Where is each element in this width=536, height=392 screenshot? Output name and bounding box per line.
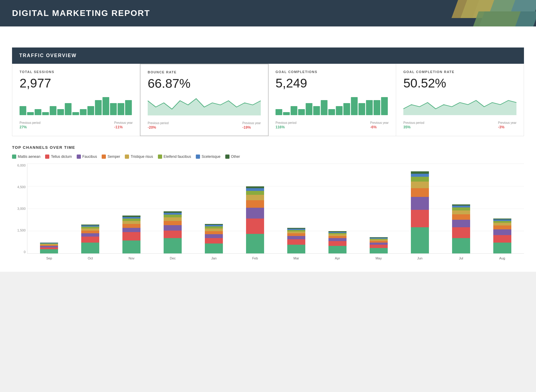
metric-card-goal-completion-rate: GOAL COMPLETION RATE 50.52% Previous per…	[396, 64, 524, 136]
prev-year-goal-completion-rate: Previous year -3%	[498, 121, 516, 129]
svg-rect-4	[50, 106, 56, 115]
metrics-row: TOTAL SESSIONS 2,977 Previous period 27%…	[12, 64, 524, 136]
svg-rect-30	[381, 97, 388, 115]
legend-dot-7	[225, 155, 229, 159]
x-label-Jul: Jul	[459, 256, 463, 260]
metric-footer-goal-completion-rate: Previous period 35% Previous year -3%	[403, 121, 516, 129]
mini-chart-bounce-rate	[148, 94, 261, 118]
bar-segment-Feb-5	[246, 191, 264, 195]
metric-card-bounce-rate: BOUNCE RATE 66.87% Previous period -20% …	[140, 64, 269, 136]
page-title: DIGITAL MARKETING REPORT	[12, 8, 524, 18]
bar-group-Dec: Dec	[154, 211, 192, 253]
y-label-1: 4,500	[12, 185, 26, 189]
metric-label-bounce-rate: BOUNCE RATE	[148, 70, 261, 74]
legend-item-6: Scelerisque	[196, 155, 220, 159]
legend-dot-2	[77, 155, 81, 159]
svg-rect-26	[351, 97, 358, 115]
bar-segment-Mar-2	[287, 236, 305, 239]
bar-segment-May-0	[370, 248, 388, 253]
svg-rect-20	[306, 103, 312, 115]
legend-dot-5	[158, 155, 162, 159]
bar-chart-container: 6,0004,5003,0001,5000 SepOctNovDecJanFeb…	[12, 164, 524, 263]
bar-segment-Feb-1	[246, 219, 264, 234]
bar-segment-Oct-1	[81, 237, 99, 243]
bar-segment-Nov-4	[122, 221, 140, 224]
legend-item-4: Tristique risus	[125, 155, 153, 159]
x-label-May: May	[375, 256, 382, 260]
metric-value-total-sessions: 2,977	[20, 76, 133, 90]
bar-group-May: May	[360, 237, 397, 253]
bar-segment-Apr-2	[328, 238, 347, 241]
legend-dot-4	[125, 155, 129, 159]
bar-segment-Jun-3	[411, 188, 429, 197]
bar-segment-Jun-5	[411, 177, 429, 182]
page-header: DIGITAL MARKETING REPORT	[0, 0, 536, 26]
y-axis-labels: 6,0004,5003,0001,5000	[12, 164, 26, 254]
x-label-Dec: Dec	[170, 256, 176, 260]
bar-group-Mar: Mar	[278, 228, 315, 253]
prev-year-bounce-rate: Previous year -19%	[242, 121, 261, 130]
metric-footer-bounce-rate: Previous period -20% Previous year -19%	[148, 121, 261, 130]
metric-card-total-sessions: TOTAL SESSIONS 2,977 Previous period 27%…	[12, 64, 140, 136]
bar-segment-Jan-2	[205, 234, 223, 238]
bar-segment-Aug-1	[493, 235, 511, 243]
bar-segment-Jul-2	[452, 220, 470, 227]
bar-segment-Feb-0	[246, 234, 264, 253]
y-label-0: 6,000	[12, 164, 26, 167]
bar-segment-May-1	[370, 245, 388, 248]
legend-item-3: Semper	[102, 155, 120, 159]
svg-rect-17	[283, 112, 290, 115]
bar-segment-Aug-3	[493, 225, 511, 229]
metric-card-goal-completions: GOAL COMPLETIONS 5,249 Previous period 1…	[268, 64, 396, 136]
svg-rect-12	[110, 103, 117, 115]
metric-label-goal-completions: GOAL COMPLETIONS	[276, 70, 389, 74]
channels-legend: Mattis aenean Tellus dictum Faucibus Sem…	[12, 155, 524, 159]
legend-item-2: Faucibus	[77, 155, 97, 159]
legend-label-2: Faucibus	[82, 155, 97, 159]
bar-group-Jun: Jun	[401, 171, 439, 253]
bar-segment-Apr-0	[328, 246, 347, 253]
svg-rect-21	[313, 106, 320, 115]
bar-segment-Jan-0	[205, 243, 223, 253]
bar-segment-Mar-1	[287, 239, 305, 245]
y-label-3: 1,500	[12, 228, 26, 232]
bar-segment-Jun-6	[411, 174, 429, 177]
legend-item-1: Tellus dictum	[45, 155, 72, 159]
traffic-overview-title: TRAFFIC OVERVIEW	[19, 53, 517, 58]
mini-chart-goal-completions	[276, 94, 389, 118]
y-label-2: 3,000	[12, 207, 26, 210]
bar-segment-Mar-0	[287, 245, 305, 253]
svg-rect-28	[366, 100, 373, 115]
legend-label-3: Semper	[107, 155, 120, 159]
svg-rect-25	[343, 103, 350, 115]
svg-rect-22	[321, 100, 327, 115]
bar-segment-Jul-1	[452, 227, 470, 238]
bar-segment-Dec-4	[164, 217, 182, 221]
x-label-Oct: Oct	[88, 256, 93, 260]
bar-segment-Jun-7	[411, 171, 429, 173]
svg-rect-16	[276, 109, 282, 115]
chart-area: SepOctNovDecJanFebMarAprMayJunJulAug	[27, 164, 524, 254]
x-label-Aug: Aug	[499, 256, 505, 260]
svg-rect-18	[291, 106, 297, 115]
svg-rect-24	[336, 106, 343, 115]
svg-rect-8	[80, 109, 87, 115]
svg-rect-13	[118, 103, 124, 115]
bar-group-Nov: Nov	[113, 216, 150, 253]
legend-dot-3	[102, 155, 106, 159]
bar-segment-Dec-3	[164, 221, 182, 225]
x-label-Mar: Mar	[294, 256, 299, 260]
y-label-4: 0	[12, 250, 26, 254]
bar-segment-Aug-0	[493, 243, 511, 253]
channels-title: TOP CHANNELS OVER TIME	[12, 145, 524, 150]
svg-rect-11	[103, 97, 109, 115]
legend-dot-0	[12, 155, 16, 159]
legend-item-5: Eleifend faucibus	[158, 155, 191, 159]
legend-item-7: Other	[225, 155, 240, 159]
mini-chart-total-sessions	[20, 94, 133, 118]
bar-segment-Jan-3	[205, 231, 223, 234]
svg-rect-14	[125, 100, 132, 115]
svg-rect-29	[374, 100, 380, 115]
svg-rect-19	[298, 109, 305, 115]
bar-segment-Aug-2	[493, 229, 511, 235]
